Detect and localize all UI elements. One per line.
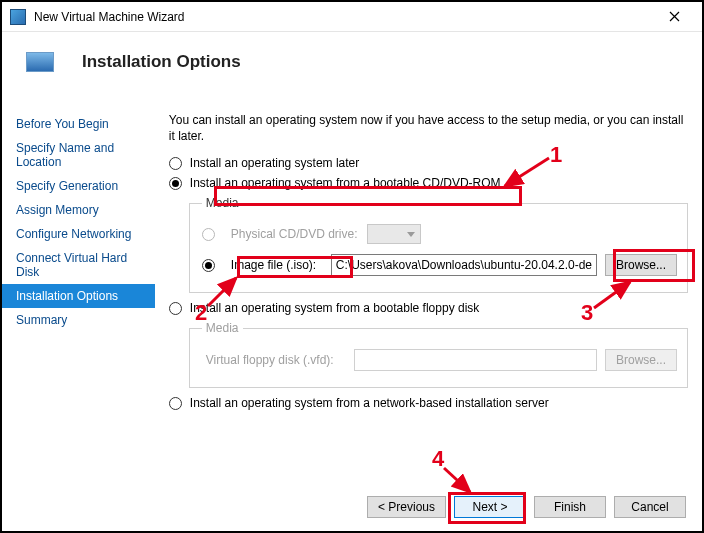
- sidebar-item-before-you-begin[interactable]: Before You Begin: [2, 112, 155, 136]
- wizard-header: Installation Options: [2, 32, 702, 88]
- cancel-button[interactable]: Cancel: [614, 496, 686, 518]
- radio-install-later[interactable]: [169, 157, 182, 170]
- radio-install-cd-label: Install an operating system from a boota…: [190, 176, 501, 190]
- radio-install-network[interactable]: [169, 397, 182, 410]
- radio-install-floppy[interactable]: [169, 302, 182, 315]
- radio-install-network-label: Install an operating system from a netwo…: [190, 396, 549, 410]
- sidebar-item-configure-networking[interactable]: Configure Networking: [2, 222, 155, 246]
- wizard-window: New Virtual Machine Wizard Installation …: [0, 0, 704, 533]
- previous-button[interactable]: < Previous: [367, 496, 446, 518]
- page-title: Installation Options: [82, 52, 241, 72]
- sidebar-item-specify-generation[interactable]: Specify Generation: [2, 174, 155, 198]
- media-cd-legend: Media: [202, 196, 243, 210]
- server-icon: [26, 52, 54, 72]
- browse-iso-button[interactable]: Browse...: [605, 254, 677, 276]
- physical-drive-combo: [367, 224, 421, 244]
- window-title: New Virtual Machine Wizard: [34, 10, 654, 24]
- media-cd-group: Media Physical CD/DVD drive: Image file …: [189, 196, 688, 293]
- browse-vfd-button: Browse...: [605, 349, 677, 371]
- media-floppy-legend: Media: [202, 321, 243, 335]
- vfd-label: Virtual floppy disk (.vfd):: [206, 353, 346, 367]
- image-file-path-input[interactable]: C:\Users\akova\Downloads\ubuntu-20.04.2.…: [331, 254, 597, 276]
- radio-install-floppy-label: Install an operating system from a boota…: [190, 301, 480, 315]
- sidebar-item-connect-vhd[interactable]: Connect Virtual Hard Disk: [2, 246, 155, 284]
- media-floppy-group: Media Virtual floppy disk (.vfd): Browse…: [189, 321, 688, 388]
- sidebar-item-specify-name[interactable]: Specify Name and Location: [2, 136, 155, 174]
- sidebar-item-assign-memory[interactable]: Assign Memory: [2, 198, 155, 222]
- wizard-content: You can install an operating system now …: [155, 94, 702, 483]
- vfd-path-input: [354, 349, 597, 371]
- radio-install-later-label: Install an operating system later: [190, 156, 359, 170]
- finish-button[interactable]: Finish: [534, 496, 606, 518]
- sidebar-item-installation-options[interactable]: Installation Options: [2, 284, 155, 308]
- wizard-steps-sidebar: Before You Begin Specify Name and Locati…: [2, 94, 155, 483]
- radio-image-file[interactable]: [202, 259, 215, 272]
- image-file-label: Image file (.iso):: [231, 258, 323, 272]
- close-icon[interactable]: [654, 3, 694, 31]
- intro-text: You can install an operating system now …: [169, 112, 688, 144]
- physical-drive-label: Physical CD/DVD drive:: [231, 227, 359, 241]
- app-icon: [10, 9, 26, 25]
- sidebar-item-summary[interactable]: Summary: [2, 308, 155, 332]
- radio-install-cd[interactable]: [169, 177, 182, 190]
- radio-physical-drive: [202, 228, 215, 241]
- titlebar: New Virtual Machine Wizard: [2, 2, 702, 32]
- next-button[interactable]: Next >: [454, 496, 526, 518]
- wizard-footer: < Previous Next > Finish Cancel: [2, 483, 702, 531]
